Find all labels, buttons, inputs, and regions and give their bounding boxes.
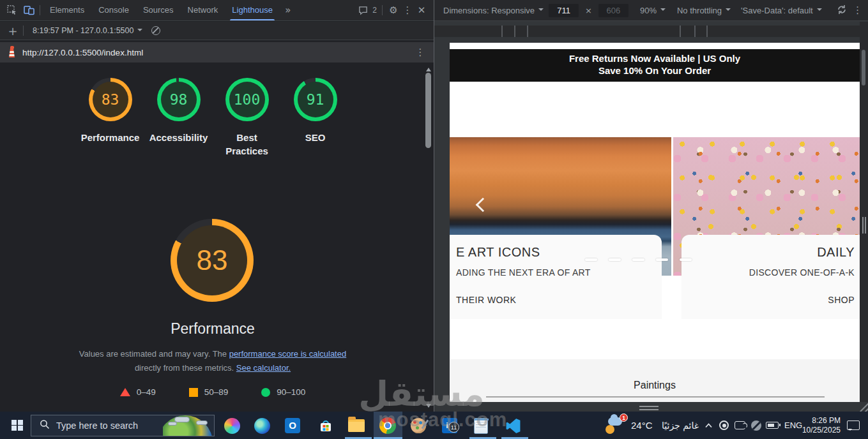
right-card-cta[interactable]: SHOP xyxy=(828,295,855,305)
viewport-width-drag-handle[interactable] xyxy=(862,217,867,234)
device-menu-icon[interactable]: ⋮ xyxy=(853,4,863,16)
score-best-practices[interactable]: 100 Best Practices xyxy=(220,78,274,158)
calc-link-2[interactable]: See calculator. xyxy=(236,363,291,373)
issues-count[interactable]: 2 xyxy=(372,6,377,15)
right-card-title: DAILY xyxy=(817,245,855,260)
report-menu-icon[interactable]: ⋮ xyxy=(415,47,426,58)
devtools-toolbar: Elements Console Sources Network Lightho… xyxy=(0,0,434,21)
viewport-corner-resize-handle[interactable] xyxy=(858,402,868,412)
score-performance[interactable]: 83 Performance xyxy=(83,78,137,158)
tab-console[interactable]: Console xyxy=(91,0,136,20)
taskbar-paint-icon[interactable] xyxy=(406,413,431,438)
ruler-tick xyxy=(680,26,681,37)
carousel-pagination xyxy=(450,258,860,262)
screen: Elements Console Sources Network Lightho… xyxy=(0,0,868,439)
main-gauge-value: 83 xyxy=(171,219,254,302)
horizontal-scrollbar[interactable] xyxy=(486,396,825,398)
category-scores-row: 83 Performance 98 Accessibility 100 Best… xyxy=(0,78,425,158)
taskbar-search-input[interactable]: Type here to search xyxy=(31,415,215,436)
disclaimer-text: Values are estimated and may vary. The xyxy=(79,349,229,359)
taskbar-edge-icon[interactable] xyxy=(249,413,275,438)
left-card-cta[interactable]: THEIR WORK xyxy=(456,295,516,305)
left-card-title: E ART ICONS xyxy=(456,245,540,260)
taskbar-store-icon[interactable] xyxy=(313,413,339,438)
rotate-device-icon[interactable] xyxy=(836,4,848,17)
square-icon xyxy=(189,388,198,397)
carousel-dash[interactable] xyxy=(609,258,621,261)
tab-elements[interactable]: Elements xyxy=(43,0,91,20)
width-input[interactable]: 711 xyxy=(549,4,579,17)
tray-clock[interactable]: 8:26 PM 10/25/2025 xyxy=(803,412,841,439)
report-url-bar: http://127.0.0.1:5500/index.html ⋮ xyxy=(0,42,434,63)
run-selector[interactable]: 8:19:57 PM - 127.0.0.1:5500 xyxy=(33,26,133,35)
taskbar-outlook-icon[interactable] xyxy=(280,413,305,438)
taskbar-vscode-icon[interactable] xyxy=(500,413,526,438)
taskbar-linkedin-icon[interactable]: 11 xyxy=(437,413,462,438)
tray-battery-icon[interactable] xyxy=(766,412,779,439)
toolbar-divider xyxy=(40,5,40,15)
score-seo[interactable]: 91 SEO xyxy=(288,78,342,158)
scrollbar-up-icon[interactable] xyxy=(426,65,431,71)
taskbar-chrome-icon[interactable] xyxy=(375,413,400,438)
action-center-icon[interactable] xyxy=(847,412,860,439)
tray-rotation-lock-icon[interactable] xyxy=(735,412,745,439)
tray-expand-icon[interactable] xyxy=(704,412,713,439)
carousel-card-left[interactable]: E ART ICONS ADING THE NEXT ERA OF ART TH… xyxy=(450,235,662,319)
clear-reports-icon[interactable] xyxy=(151,26,160,35)
carousel-dash[interactable] xyxy=(680,258,692,261)
issues-icon[interactable] xyxy=(354,2,371,19)
start-button[interactable] xyxy=(5,412,29,439)
runs-divider xyxy=(23,26,24,36)
page-scrollbar-thumb[interactable] xyxy=(862,50,865,86)
carousel-dash[interactable] xyxy=(632,258,644,261)
zoom-select[interactable]: 90% xyxy=(640,6,666,15)
tray-temperature[interactable]: 24°C xyxy=(631,412,653,439)
more-tabs-icon[interactable]: » xyxy=(280,2,296,19)
tray-weather-condition[interactable]: غائم جزئيًا xyxy=(662,412,699,439)
tray-weather-icon[interactable]: 1 xyxy=(604,412,626,439)
legend-fail-range: 0–49 xyxy=(137,387,156,397)
lighthouse-logo-icon xyxy=(8,46,16,59)
tab-network[interactable]: Network xyxy=(181,0,225,20)
ruler-tick xyxy=(514,26,515,37)
taskbar-copilot-icon[interactable] xyxy=(219,413,245,438)
toolbar-divider xyxy=(382,5,383,15)
calc-link-1[interactable]: performance score is calculated xyxy=(229,349,347,359)
windows-taskbar: Type here to search 11 xyxy=(0,412,868,439)
tray-record-icon[interactable] xyxy=(719,412,729,439)
media-query-ruler[interactable] xyxy=(434,26,860,37)
tab-lighthouse[interactable]: Lighthouse xyxy=(225,0,280,20)
paintings-tab[interactable]: Paintings xyxy=(450,380,860,391)
site-header: SAATCHI ART xyxy=(450,82,860,137)
scrollbar-down-icon[interactable] xyxy=(426,404,431,410)
settings-gear-icon[interactable]: ⚙ xyxy=(385,2,402,19)
legend-good: 90–100 xyxy=(261,387,305,397)
tray-language[interactable]: ENG xyxy=(784,412,802,439)
inspect-element-icon[interactable] xyxy=(4,2,20,19)
close-devtools-icon[interactable]: ✕ xyxy=(413,2,430,19)
taskbar-notepad-icon[interactable] xyxy=(468,413,494,438)
tab-sources[interactable]: Sources xyxy=(136,0,181,20)
new-report-icon[interactable]: + xyxy=(5,24,20,38)
tray-time: 8:26 PM xyxy=(812,416,841,426)
carousel-dash[interactable] xyxy=(656,258,668,261)
dimensions-select[interactable]: Dimensions: Responsive xyxy=(443,6,544,15)
carousel-dash[interactable] xyxy=(585,258,597,261)
seo-score-value: 91 xyxy=(294,78,337,121)
left-card-subtitle: ADING THE NEXT ERA OF ART xyxy=(456,267,591,278)
performance-score-value: 83 xyxy=(89,78,132,121)
lighthouse-runs-row: + 8:19:57 PM - 127.0.0.1:5500 xyxy=(0,22,434,40)
devtools-menu-icon[interactable]: ⋮ xyxy=(402,2,413,19)
score-accessibility[interactable]: 98 Accessibility xyxy=(151,78,206,158)
save-data-select[interactable]: 'Save-Data': default xyxy=(741,6,822,15)
devtools-panel: Elements Console Sources Network Lightho… xyxy=(0,0,434,412)
report-url: http://127.0.0.1:5500/index.html xyxy=(22,48,143,57)
height-input[interactable]: 606 xyxy=(598,4,628,17)
tray-network-off-icon[interactable] xyxy=(751,412,761,439)
device-toolbar-icon[interactable] xyxy=(20,2,37,19)
throttling-select[interactable]: No throttling xyxy=(677,6,731,15)
panel-scrollbar-thumb[interactable] xyxy=(425,73,431,148)
carousel-card-right[interactable]: DAILY DISCOVER ONE-OF-A-K SHOP xyxy=(681,235,860,319)
taskbar-explorer-icon[interactable] xyxy=(344,413,369,438)
paintings-section: Paintings xyxy=(450,359,860,402)
